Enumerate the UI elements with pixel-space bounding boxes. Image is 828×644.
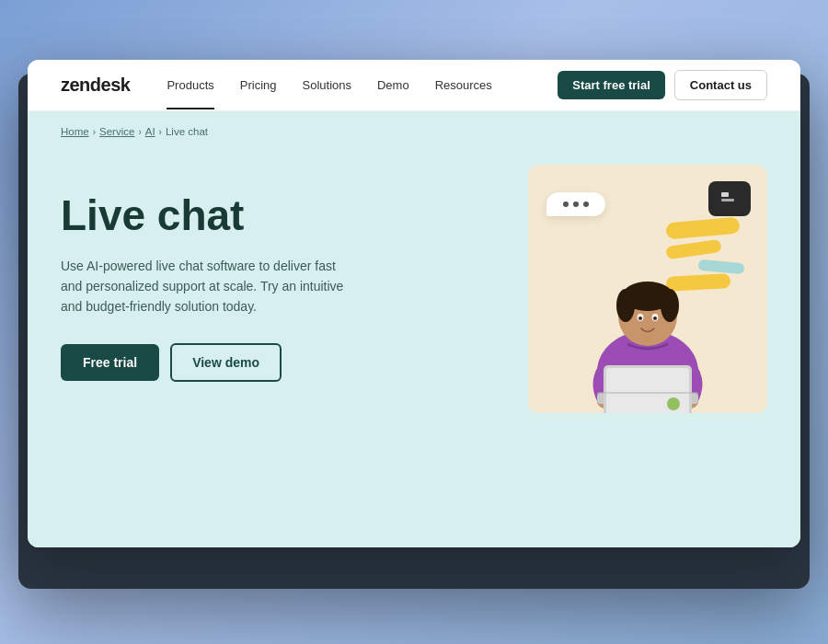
typing-dot-2 xyxy=(573,201,579,207)
breadcrumb-home[interactable]: Home xyxy=(61,126,89,137)
nav-resources[interactable]: Resources xyxy=(435,78,492,92)
hero-section: Live chat Use AI-powered live chat softw… xyxy=(61,183,767,547)
breadcrumb-ai[interactable]: AI xyxy=(145,126,155,137)
breadcrumb-sep-3: › xyxy=(159,127,162,137)
nav-demo[interactable]: Demo xyxy=(377,78,409,92)
svg-rect-1 xyxy=(721,199,734,201)
main-content: Home › Service › AI › Live chat Live cha… xyxy=(28,111,800,547)
person-illustration xyxy=(546,229,749,413)
nav-actions: Start free trial Contact us xyxy=(558,70,767,100)
svg-point-9 xyxy=(638,316,642,320)
hero-title: Live chat xyxy=(61,192,355,239)
breadcrumb: Home › Service › AI › Live chat xyxy=(61,126,767,137)
hero-illustration xyxy=(528,165,767,413)
chat-bubble-dark xyxy=(708,181,751,216)
hero-text: Live chat Use AI-powered live chat softw… xyxy=(61,183,355,382)
chat-icon xyxy=(720,191,739,206)
browser-shadow: zendesk Products Pricing Solutions Demo … xyxy=(18,74,810,589)
svg-rect-0 xyxy=(721,192,729,197)
svg-point-16 xyxy=(667,397,680,410)
breadcrumb-sep-1: › xyxy=(93,127,96,137)
svg-point-6 xyxy=(661,289,679,322)
browser-window: zendesk Products Pricing Solutions Demo … xyxy=(28,60,800,547)
start-free-trial-button[interactable]: Start free trial xyxy=(558,71,665,99)
contact-us-button[interactable]: Contact us xyxy=(674,70,767,100)
typing-dot-3 xyxy=(583,201,589,207)
view-demo-button[interactable]: View demo xyxy=(170,343,282,382)
free-trial-button[interactable]: Free trial xyxy=(61,344,159,381)
svg-point-5 xyxy=(616,289,635,322)
svg-point-10 xyxy=(653,316,657,320)
nav-pricing[interactable]: Pricing xyxy=(240,78,277,92)
nav-products[interactable]: Products xyxy=(167,78,213,92)
logo: zendesk xyxy=(61,75,130,96)
breadcrumb-service[interactable]: Service xyxy=(99,126,134,137)
breadcrumb-current: Live chat xyxy=(166,126,208,137)
nav-solutions[interactable]: Solutions xyxy=(303,78,351,92)
typing-dot-1 xyxy=(563,201,569,207)
hero-buttons: Free trial View demo xyxy=(61,343,355,382)
chat-bubble-typing xyxy=(546,192,605,216)
illustration-inner xyxy=(528,165,767,413)
navbar: zendesk Products Pricing Solutions Demo … xyxy=(28,60,800,111)
nav-links: Products Pricing Solutions Demo Resource… xyxy=(167,78,558,92)
breadcrumb-sep-2: › xyxy=(138,127,141,137)
hero-description: Use AI-powered live chat software to del… xyxy=(61,256,355,317)
